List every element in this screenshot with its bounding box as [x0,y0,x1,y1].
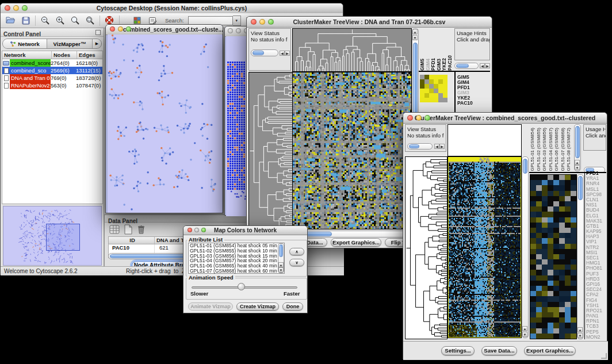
zoom-in-icon[interactable] [55,15,66,26]
matrix-cell[interactable] [424,93,429,98]
close-button[interactable] [5,5,10,11]
move-up-button[interactable]: ∧ [289,248,304,255]
new-attribute-icon[interactable] [124,224,133,237]
treeview-combined-titlebar[interactable]: ClusterMaker TreeView : combined_scores_… [403,113,607,124]
zoom-selected-icon[interactable] [70,15,81,26]
column-label[interactable]: GPL51-07 (GSM868) [560,128,567,171]
network-table-header[interactable]: Network Nodes Edges [2,51,102,59]
main-titlebar[interactable]: Cytoscape Desktop (Session Name: collins… [1,3,343,14]
scroll-left-icon[interactable]: ◀ [280,51,285,56]
matrix-cell[interactable] [438,79,443,84]
matrix-cell[interactable] [443,79,447,84]
matrix-cell[interactable] [429,84,434,89]
heatmap-hscrollbar[interactable] [292,231,411,237]
scroll-down-icon[interactable]: ▼ [278,267,284,273]
animate-vizmap-button[interactable]: Animate Vizmap [188,302,233,311]
export-graphics-button[interactable]: Export Graphics... [524,346,576,355]
scroll-up-icon[interactable]: ▲ [412,29,418,35]
heatmap-vscrollbar[interactable]: ▲ ▼ [522,156,529,338]
view-status-hscrollbar[interactable] [407,143,433,150]
matrix-cell[interactable] [429,89,434,93]
network-canvas[interactable] [108,35,222,213]
matrix-cell[interactable] [443,75,447,79]
column-label[interactable]: PAC10 [447,55,453,71]
attribute-list-vscrollbar[interactable]: ▲ ▼ [278,243,284,273]
network-tree-row[interactable]: DNA and Tran 07769(0)183728(0) [2,74,102,82]
search-dropdown-icon[interactable]: ▼ [233,16,241,26]
attribute-item[interactable]: GPL51-07 (GSM868) heat shock 60 min [189,269,284,274]
attribute-item[interactable]: GPL51-06 (GSM865) heat shock 40 min [189,263,284,269]
minimize-button[interactable] [236,28,241,33]
matrix-cell[interactable] [424,84,429,89]
expression-heatmap[interactable] [447,156,522,338]
attribute-item[interactable]: GPL51-04 (GSM857) heat shock 20 min [189,258,284,263]
column-dendrogram-area[interactable] [447,124,522,156]
attribute-item[interactable]: GPL51-01 (GSM854) heat shock 05 min [189,243,284,248]
minimize-button[interactable] [13,5,19,11]
scroll-down-icon[interactable]: ▼ [575,165,580,170]
matrix-cell[interactable] [429,79,434,84]
matrix-cell[interactable] [438,93,443,98]
close-button[interactable] [407,115,413,121]
tab-overflow-icon[interactable]: ▶ [92,39,101,48]
matrix-cell[interactable] [424,79,429,84]
minimize-button[interactable] [118,26,123,32]
matrix-cell[interactable] [420,84,424,89]
zoom-button[interactable] [424,115,430,121]
network-view-titlebar[interactable]: combined_scores_good.txt--cluste... [106,25,223,35]
scroll-right-icon[interactable]: ▶ [485,63,490,68]
column-labels-vscrollbar[interactable]: ▲ ▼ [574,124,581,171]
zoom-button[interactable] [126,26,131,32]
zoom-detail-matrix[interactable] [420,75,447,102]
dialog-titlebar[interactable]: Map Colors to Network [183,226,307,235]
close-button[interactable] [251,19,257,25]
matrix-cell[interactable] [434,84,438,89]
scroll-up-icon[interactable]: ▲ [278,262,284,267]
zoom-out-icon[interactable] [40,15,51,26]
matrix-cell[interactable] [438,98,443,102]
matrix-cell[interactable] [443,93,447,98]
column-label[interactable]: GPL51-08 (GSM872) [566,128,572,171]
scroll-down-icon[interactable]: ▼ [522,332,527,337]
matrix-cell[interactable] [424,75,429,79]
tab-vizmapper[interactable]: VizMapper™ [47,39,92,48]
matrix-cell[interactable] [434,98,438,102]
column-dendrogram[interactable] [292,28,412,72]
row-dendrogram[interactable] [248,72,293,229]
matrix-cell[interactable] [443,89,447,93]
birds-eye-view[interactable] [3,206,102,266]
zoom-fit-icon[interactable] [85,15,95,26]
tab-network[interactable]: Network [3,39,47,48]
matrix-cell[interactable] [424,98,429,102]
matrix-cell[interactable] [420,98,424,102]
column-label[interactable]: GPL51-02 (GSM855) [536,128,542,171]
matrix-cell[interactable] [429,98,434,102]
minimize-button[interactable] [416,115,422,121]
close-button[interactable] [188,228,192,232]
network-tree-row[interactable]: combined_sco2569(6)13112(15) [2,67,102,74]
network-tree-row[interactable]: RNAPuberNov2+563(0)107847(0) [2,82,102,89]
scroll-down-icon[interactable]: ▼ [577,333,583,338]
zoom-button[interactable] [22,5,28,11]
scroll-up-icon[interactable]: ▲ [577,327,583,332]
attribute-list[interactable]: GPL51-01 (GSM854) heat shock 05 minGPL51… [188,243,285,274]
gene-label[interactable]: MON2 [586,335,607,340]
settings-button[interactable]: Settings... [441,346,475,355]
scroll-left-icon[interactable]: ◀ [480,63,485,68]
scroll-up-icon[interactable]: ▲ [575,160,580,165]
zoom-button[interactable] [268,19,274,25]
float-panel-icon[interactable] [95,30,101,35]
animation-slider-thumb[interactable] [238,283,245,290]
zoom-detail-heatmap[interactable] [530,174,577,339]
row-dendrogram[interactable] [405,156,447,339]
matrix-cell[interactable] [434,89,438,93]
matrix-cell[interactable] [420,89,424,93]
matrix-cell[interactable] [434,79,438,84]
minimize-button[interactable] [194,228,199,232]
column-label[interactable]: GPL51-03 (GSM856) [542,128,548,171]
move-down-button[interactable]: ∨ [289,259,304,266]
scroll-right-icon[interactable]: ▶ [439,144,445,149]
detail-vscrollbar[interactable]: ▲ ▼ [577,174,584,339]
column-label[interactable]: GPL51-06 (GSM865) [554,128,560,171]
network-canvas-2[interactable] [226,36,247,216]
